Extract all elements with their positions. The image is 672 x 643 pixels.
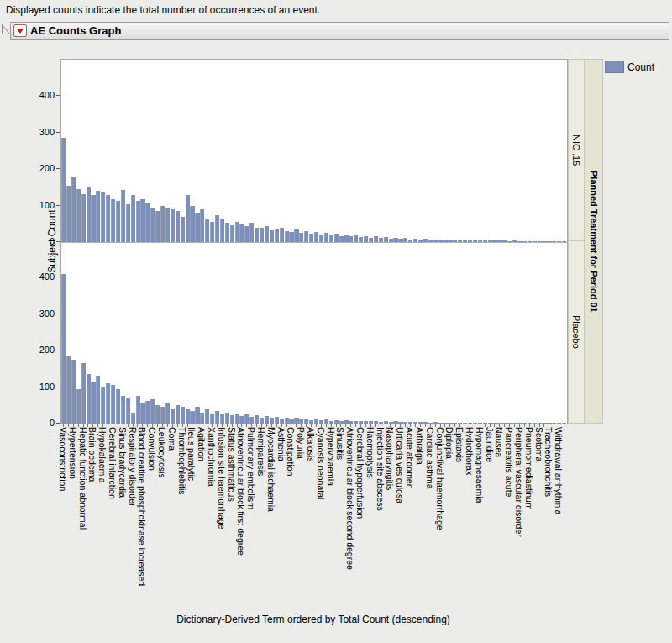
bar[interactable] [155, 405, 160, 424]
bar[interactable] [140, 199, 144, 242]
bar[interactable] [512, 240, 517, 242]
bar[interactable] [220, 219, 224, 242]
bar[interactable] [374, 236, 378, 242]
bar[interactable] [121, 396, 125, 424]
bar[interactable] [299, 233, 303, 242]
bar[interactable] [145, 401, 150, 424]
bar[interactable] [210, 222, 214, 242]
bar[interactable] [275, 229, 279, 242]
bar[interactable] [398, 239, 402, 242]
bar[interactable] [517, 241, 522, 242]
bar[interactable] [488, 240, 492, 242]
bar[interactable] [87, 374, 91, 424]
bar[interactable] [230, 225, 234, 242]
bar[interactable] [96, 376, 100, 424]
bar[interactable] [136, 396, 140, 424]
bar[interactable] [294, 418, 298, 424]
bar[interactable] [265, 416, 269, 424]
bar[interactable] [443, 240, 447, 242]
bar[interactable] [468, 240, 472, 242]
bar[interactable] [533, 241, 537, 242]
bar[interactable] [131, 413, 135, 424]
bar[interactable] [150, 208, 155, 242]
bar[interactable] [171, 409, 175, 424]
bar[interactable] [126, 204, 130, 242]
bar[interactable] [309, 234, 313, 242]
bar[interactable] [225, 223, 229, 242]
bar[interactable] [249, 223, 254, 242]
bar[interactable] [423, 239, 428, 242]
bar[interactable] [285, 418, 289, 424]
bar[interactable] [428, 240, 433, 242]
bar[interactable] [260, 228, 264, 242]
bar[interactable] [280, 228, 284, 242]
bar[interactable] [249, 417, 254, 424]
bar[interactable] [260, 418, 264, 424]
bar[interactable] [210, 414, 214, 424]
bar[interactable] [220, 414, 224, 424]
bar[interactable] [497, 240, 501, 242]
bar[interactable] [528, 241, 532, 242]
bar[interactable] [448, 240, 452, 242]
bar[interactable] [384, 237, 388, 242]
bar[interactable] [66, 186, 71, 242]
bar[interactable] [433, 240, 438, 242]
bar[interactable] [61, 274, 66, 424]
bar[interactable] [91, 195, 95, 242]
bar[interactable] [319, 235, 323, 242]
bar[interactable] [106, 383, 110, 424]
bar[interactable] [235, 414, 239, 424]
bar[interactable] [542, 241, 546, 242]
bar[interactable] [458, 240, 462, 242]
bar[interactable] [111, 199, 115, 242]
bar[interactable] [230, 415, 234, 424]
bar[interactable] [181, 407, 185, 424]
bar[interactable] [418, 240, 423, 242]
bar[interactable] [176, 211, 180, 242]
bar[interactable] [200, 209, 204, 242]
bar[interactable] [265, 226, 269, 242]
bar[interactable] [176, 405, 180, 424]
bar[interactable] [453, 240, 457, 242]
outline-header[interactable]: AE Counts Graph [10, 22, 669, 40]
bar[interactable] [171, 209, 175, 242]
bar[interactable] [364, 236, 368, 242]
bar[interactable] [235, 222, 239, 242]
bar[interactable] [275, 417, 279, 424]
bar[interactable] [389, 239, 393, 242]
bar[interactable] [136, 201, 140, 242]
bar[interactable] [205, 409, 209, 424]
bar[interactable] [150, 399, 155, 424]
bar[interactable] [502, 240, 507, 242]
bar[interactable] [473, 240, 477, 242]
bar[interactable] [255, 228, 259, 242]
bar[interactable] [200, 413, 204, 424]
bar[interactable] [244, 414, 249, 424]
bar[interactable] [76, 389, 81, 424]
bar[interactable] [349, 236, 353, 242]
bar[interactable] [354, 235, 358, 242]
bar[interactable] [126, 398, 130, 424]
bar[interactable] [403, 238, 407, 242]
bar[interactable] [239, 224, 244, 242]
bar[interactable] [329, 235, 333, 242]
bar[interactable] [369, 238, 373, 242]
bar[interactable] [285, 231, 289, 242]
bar[interactable] [289, 232, 293, 242]
bar[interactable] [160, 206, 165, 243]
bar[interactable] [81, 194, 86, 242]
bar[interactable] [71, 360, 76, 424]
bar[interactable] [314, 232, 318, 242]
bar[interactable] [304, 231, 308, 242]
bar[interactable] [195, 407, 199, 424]
bar[interactable] [408, 240, 412, 242]
bar[interactable] [96, 191, 100, 242]
bar[interactable] [195, 213, 199, 242]
bar[interactable] [522, 241, 527, 242]
bar[interactable] [492, 240, 496, 242]
bar[interactable] [190, 206, 194, 242]
bar[interactable] [111, 385, 115, 424]
bar[interactable] [205, 219, 209, 242]
bar[interactable] [507, 241, 512, 242]
bar[interactable] [116, 389, 120, 424]
